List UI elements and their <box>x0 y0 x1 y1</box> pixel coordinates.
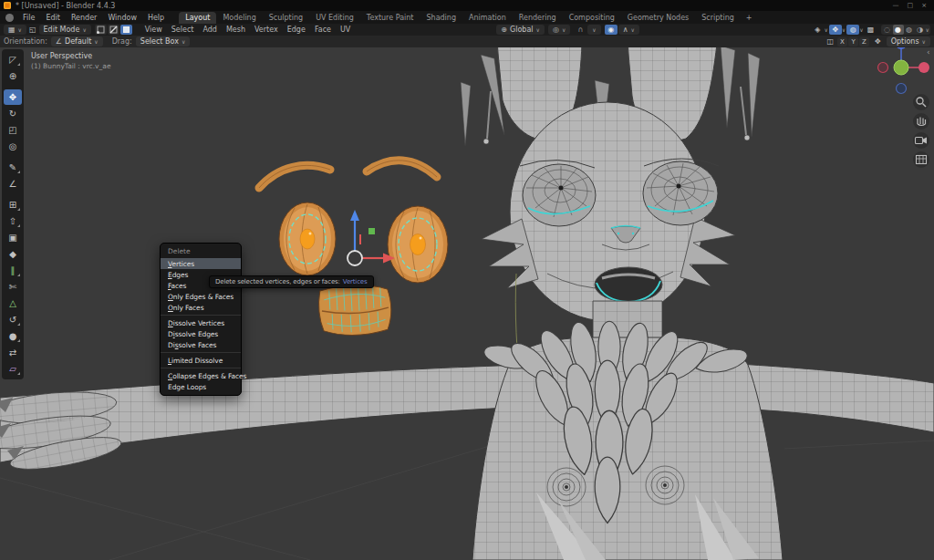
eyeball-right <box>388 206 448 283</box>
shading-rendered[interactable]: ◑ <box>915 25 926 35</box>
pivot-point-dropdown[interactable]: ◎ ∨ <box>548 25 570 35</box>
tab-modeling[interactable]: Modeling <box>216 12 262 24</box>
viewport-menu-face[interactable]: Face <box>310 25 336 35</box>
viewport-menu-uv[interactable]: UV <box>336 25 355 35</box>
chevron-down-icon: ∨ <box>18 27 22 33</box>
menu-item-dissolve-faces[interactable]: Dissolve Faces <box>161 339 241 350</box>
mode-dropdown[interactable]: Edit Mode ∨ <box>39 25 91 35</box>
shading-material-preview[interactable]: ◍ <box>904 25 915 35</box>
menu-window[interactable]: Window <box>102 13 142 23</box>
tool-measure[interactable]: ∠ <box>4 176 22 192</box>
tab-uv-editing[interactable]: UV Editing <box>309 12 360 24</box>
viewport-canvas[interactable]: ‹ <box>0 0 934 560</box>
maximize-button[interactable]: □ <box>908 2 914 9</box>
tool-rotate[interactable]: ↻ <box>4 106 22 121</box>
editor-type-button[interactable]: ▦ ∨ <box>4 25 26 35</box>
tool-spin[interactable]: ↺ <box>4 312 22 327</box>
tool-bevel[interactable]: ◆ <box>4 246 22 262</box>
tab-texture-paint[interactable]: Texture Paint <box>360 12 420 24</box>
mouth <box>595 267 662 302</box>
viewport-scene: ‹ <box>0 0 934 560</box>
tool-poly-build[interactable]: △ <box>4 296 22 311</box>
tool-scale[interactable]: ◰ <box>4 122 22 138</box>
menu-item-only-edges-faces[interactable]: Only Edges & Faces <box>161 291 241 302</box>
edge-select-mode-button[interactable] <box>108 25 119 35</box>
menu-item-collapse-edges-faces[interactable]: Collapse Edges & Faces <box>161 370 241 381</box>
menu-item-only-faces[interactable]: Only Faces <box>161 302 241 313</box>
sidebar-collapse-arrow[interactable]: ‹ <box>927 47 930 57</box>
menu-file[interactable]: File <box>17 13 40 23</box>
show-overlays[interactable]: ◍ <box>846 25 859 35</box>
toggle-xray[interactable]: ▩ <box>865 25 877 35</box>
tab-shading[interactable]: Shading <box>420 12 462 24</box>
mirror-x-button[interactable]: X <box>837 37 847 47</box>
editor-type-icon: ▦ <box>8 26 16 34</box>
menu-help[interactable]: Help <box>142 13 170 23</box>
snap-toggle[interactable]: ∩ <box>574 25 586 35</box>
show-gizmos-chevron-icon[interactable]: ∨ <box>842 27 846 33</box>
tool-knife[interactable]: ✄ <box>4 279 22 295</box>
tab-rendering[interactable]: Rendering <box>513 12 563 24</box>
visibility-dropdown-chevron-icon[interactable]: ∨ <box>824 27 827 33</box>
viewport-menu-mesh[interactable]: Mesh <box>222 25 250 35</box>
new-workspace-button[interactable]: + <box>741 14 758 22</box>
show-gizmos[interactable]: ✥ <box>829 25 842 35</box>
menu-item-dissolve-edges[interactable]: Dissolve Edges <box>161 328 241 339</box>
vertex-select-mode-button[interactable] <box>95 25 107 35</box>
options-dropdown[interactable]: Options ∨ <box>887 36 930 47</box>
tab-sculpting[interactable]: Sculpting <box>263 12 309 24</box>
menu-render[interactable]: Render <box>66 13 102 23</box>
blender-logo-icon <box>4 2 11 9</box>
toolbar-gap <box>2 85 24 88</box>
close-button[interactable]: × <box>921 2 927 9</box>
tab-geometry-nodes[interactable]: Geometry Nodes <box>621 12 695 24</box>
options-label: Options <box>891 37 919 46</box>
mirror-y-button[interactable]: Y <box>848 37 858 47</box>
tool-add-cube[interactable]: ⊞ <box>4 197 22 213</box>
menu-item-dissolve-vertices[interactable]: Dissolve Vertices <box>161 317 241 328</box>
tool-inset-faces[interactable]: ▣ <box>4 230 22 245</box>
drag-dropdown[interactable]: Select Box ∨ <box>136 36 191 47</box>
tool-annotate[interactable]: ✎ <box>4 160 22 175</box>
tool-smooth[interactable]: ● <box>4 328 22 344</box>
viewport-menu-view[interactable]: View <box>140 25 167 35</box>
tool-extrude-region[interactable]: ⇧ <box>4 213 22 229</box>
tool-move[interactable]: ✥ <box>4 89 22 105</box>
menu-item-limited-dissolve[interactable]: Limited Dissolve <box>161 355 241 366</box>
tool-select-box[interactable]: ◸ <box>4 52 22 67</box>
viewport-overlay-text: User Perspective (1) BunnyTail : vrc.v_a… <box>31 51 111 71</box>
tab-scripting[interactable]: Scripting <box>695 12 741 24</box>
menu-item-vertices[interactable]: Vertices <box>161 258 241 269</box>
tool-edge-slide[interactable]: ⇄ <box>4 345 22 360</box>
viewport-menu-edge[interactable]: Edge <box>283 25 310 35</box>
proportional-editing-toggle[interactable]: ◉ <box>605 25 617 35</box>
snap-settings-dropdown[interactable]: ∨ <box>587 25 600 35</box>
tool-cursor[interactable]: ⊕ <box>4 68 22 84</box>
tool-shear[interactable]: ▱ <box>4 361 22 377</box>
falloff-dropdown[interactable]: ∧ ∨ <box>618 25 639 35</box>
visibility-dropdown[interactable]: ◈ <box>811 25 824 35</box>
tool-loop-cut[interactable]: ∥ <box>4 263 22 278</box>
transform-orientation-dropdown[interactable]: ⊕ Global ∨ <box>496 25 545 35</box>
tab-compositing[interactable]: Compositing <box>563 12 621 24</box>
shading-solid[interactable]: ● <box>893 25 904 35</box>
shading-dropdown-icon[interactable]: ∨ <box>926 27 929 33</box>
tool-orientation-dropdown[interactable]: ∠ Default ∨ <box>51 36 103 47</box>
tool-transform[interactable]: ◎ <box>4 139 22 154</box>
viewport-menu-vertex[interactable]: Vertex <box>250 25 283 35</box>
face-select-mode-button[interactable] <box>120 25 132 35</box>
show-overlays-chevron-icon[interactable]: ∨ <box>859 27 863 33</box>
camera-view-button <box>913 132 929 149</box>
minimize-button[interactable]: — <box>893 2 899 9</box>
viewport-menu-select[interactable]: Select <box>167 25 199 35</box>
tab-animation[interactable]: Animation <box>462 12 513 24</box>
shading-wireframe[interactable]: ◌ <box>882 25 893 35</box>
menu-item-edge-loops[interactable]: Edge Loops <box>161 381 241 392</box>
blender-menu-icon[interactable] <box>5 14 14 22</box>
app-menus: FileEditRenderWindowHelp <box>17 13 170 23</box>
object-origin-icon: ◱ <box>29 26 36 34</box>
mirror-z-button[interactable]: Z <box>859 37 869 47</box>
menu-edit[interactable]: Edit <box>40 13 66 23</box>
tab-layout[interactable]: Layout <box>179 12 216 24</box>
viewport-menu-add[interactable]: Add <box>198 25 222 35</box>
